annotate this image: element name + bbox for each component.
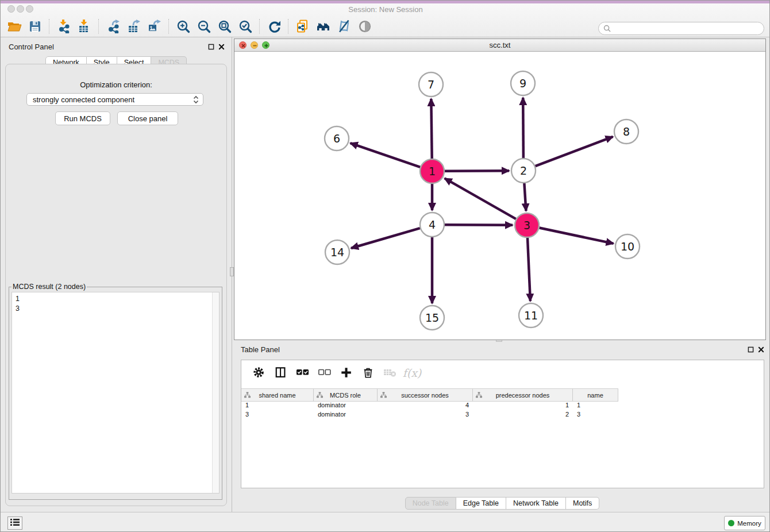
- column-header-predecessor-nodes[interactable]: predecessor nodes: [473, 389, 573, 401]
- edge-2-9[interactable]: [523, 98, 523, 158]
- optimization-criterion-dropdown[interactable]: strongly connected component: [26, 93, 203, 106]
- toolbar-separator: [98, 19, 99, 34]
- search-box[interactable]: [598, 22, 764, 35]
- table-toolbar: f(x): [241, 360, 764, 385]
- table-row[interactable]: 1dominator411: [241, 401, 764, 410]
- table-cell[interactable]: 1: [573, 401, 618, 410]
- edge-3-11[interactable]: [528, 238, 530, 301]
- deselect-all-icon[interactable]: [315, 364, 334, 382]
- table-panel: Table Panel f(x) shared nameMCDS rolesuc…: [234, 342, 770, 512]
- show-hide-icon[interactable]: [355, 18, 375, 35]
- import-network-icon[interactable]: [53, 18, 74, 35]
- edge-2-8[interactable]: [536, 137, 613, 166]
- result-scrollbar[interactable]: [212, 292, 219, 493]
- close-panel-icon[interactable]: [218, 43, 225, 51]
- table-cell[interactable]: 3: [241, 410, 314, 419]
- table-row[interactable]: 3dominator323: [241, 410, 764, 419]
- network-title: scc.txt: [234, 41, 765, 49]
- table-panel-title: Table Panel: [241, 345, 280, 354]
- zoom-in-icon[interactable]: [173, 18, 194, 35]
- table-close-icon[interactable]: [757, 346, 765, 353]
- delete-row-icon[interactable]: [359, 364, 378, 382]
- table-cell[interactable]: 3: [573, 410, 618, 419]
- table-cell[interactable]: dominator: [314, 401, 378, 410]
- edge-3-1[interactable]: [445, 178, 516, 219]
- float-panel-icon[interactable]: [207, 43, 215, 51]
- add-row-icon[interactable]: [337, 364, 356, 382]
- task-history-button[interactable]: [7, 516, 22, 530]
- zoom-selected-icon[interactable]: [235, 18, 256, 35]
- vertical-splitter-handle[interactable]: [230, 267, 234, 276]
- node-label-2: 2: [520, 164, 527, 177]
- network-canvas[interactable]: 7968124314101511: [234, 52, 765, 340]
- edge-4-3[interactable]: [445, 225, 513, 225]
- edge-3-10[interactable]: [540, 228, 614, 244]
- table-cell[interactable]: dominator: [314, 410, 378, 419]
- import-table-icon[interactable]: [74, 18, 95, 35]
- select-all-icon[interactable]: [293, 364, 313, 382]
- close-panel-button[interactable]: Close panel: [117, 111, 178, 125]
- export-image-icon[interactable]: [144, 18, 165, 35]
- network-from-selection-icon[interactable]: [292, 18, 313, 35]
- column-layout-icon[interactable]: [271, 364, 291, 382]
- toolbar-separator: [168, 19, 170, 34]
- table-float-icon[interactable]: [747, 346, 754, 353]
- column-header-MCDS-role[interactable]: MCDS role: [314, 389, 378, 401]
- chevron-updown-icon: [193, 95, 199, 104]
- export-network-icon[interactable]: [103, 18, 124, 35]
- network-view-titlebar[interactable]: scc.txt: [234, 39, 765, 52]
- node-label-15: 15: [425, 311, 439, 324]
- column-header-name[interactable]: name: [573, 389, 618, 401]
- run-mcds-button[interactable]: Run MCDS: [55, 111, 110, 125]
- save-session-icon[interactable]: [25, 18, 45, 35]
- zoom-out-icon[interactable]: [194, 18, 214, 35]
- node-label-3: 3: [523, 219, 530, 232]
- search-input[interactable]: [613, 24, 764, 33]
- tab-node-table[interactable]: Node Table: [405, 497, 456, 510]
- export-table-icon[interactable]: [124, 18, 144, 35]
- node-label-1: 1: [429, 165, 436, 178]
- refresh-layout-icon[interactable]: [264, 18, 284, 35]
- settings-gear-icon[interactable]: [249, 364, 269, 382]
- search-icon: [603, 25, 611, 32]
- dropdown-value: strongly connected component: [33, 95, 134, 104]
- first-neighbors-icon[interactable]: [313, 18, 334, 35]
- column-header-shared-name[interactable]: shared name: [241, 389, 314, 401]
- mcds-result-text[interactable]: 1 3: [11, 292, 220, 494]
- hide-graphics-details-icon[interactable]: [334, 18, 355, 35]
- open-session-icon[interactable]: [4, 18, 25, 35]
- column-header-successor-nodes[interactable]: successor nodes: [378, 389, 473, 401]
- node-label-9: 9: [519, 77, 526, 90]
- edge-1-7[interactable]: [431, 99, 432, 159]
- table-cell[interactable]: 2: [473, 410, 573, 419]
- edge-2-3[interactable]: [524, 183, 526, 211]
- cytoscape-window: Session: New Session Control Panel Netwo…: [0, 0, 770, 532]
- edge-4-14[interactable]: [351, 228, 420, 248]
- toolbar-separator: [288, 19, 289, 34]
- control-panel-title: Control Panel: [9, 43, 54, 51]
- tab-network-table[interactable]: Network Table: [506, 497, 566, 510]
- window-chrome: Session: New Session: [1, 3, 770, 37]
- list-icon: [10, 518, 20, 529]
- edge-1-6[interactable]: [351, 143, 421, 167]
- status-bar: Memory: [1, 512, 770, 532]
- table-cell[interactable]: 3: [378, 410, 473, 419]
- control-panel: Control Panel NetworkStyleSelectMCDS Opt…: [1, 36, 230, 512]
- tab-edge-table[interactable]: Edge Table: [456, 497, 506, 510]
- table-cell[interactable]: 1: [241, 401, 314, 410]
- memory-status-icon: [728, 520, 734, 526]
- table-tabs: Node TableEdge TableNetwork TableMotifs: [234, 497, 770, 510]
- table-cell[interactable]: 4: [378, 401, 473, 410]
- node-label-10: 10: [621, 240, 634, 253]
- zoom-fit-icon[interactable]: [214, 18, 235, 35]
- node-label-14: 14: [330, 246, 344, 259]
- delete-table-icon: [380, 364, 400, 382]
- table-cell[interactable]: 1: [473, 401, 573, 410]
- memory-button[interactable]: Memory: [724, 516, 765, 530]
- edge-1-2[interactable]: [445, 171, 509, 171]
- table-rows: 1dominator4113dominator323: [241, 401, 764, 419]
- tab-motifs[interactable]: Motifs: [566, 497, 599, 510]
- node-label-11: 11: [524, 309, 538, 322]
- node-label-8: 8: [623, 125, 630, 138]
- optimization-criterion-label: Optimization criterion:: [6, 80, 226, 89]
